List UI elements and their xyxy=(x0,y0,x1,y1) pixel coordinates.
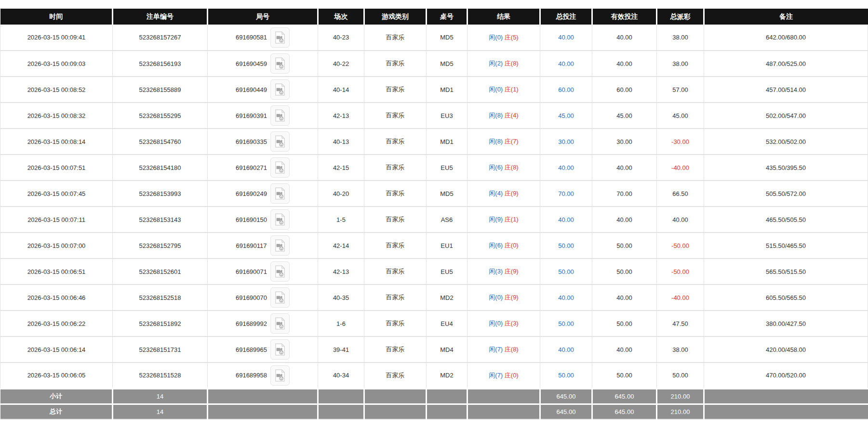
cell-round-id: 691689965 xyxy=(208,336,318,362)
round-id-text: 691690335 xyxy=(236,138,267,145)
video-file-icon xyxy=(275,213,285,226)
video-file-icon xyxy=(275,369,285,382)
cell-total-bet: 40.00 xyxy=(540,207,592,233)
cell-session: 40-20 xyxy=(318,181,364,207)
total-bet-link[interactable]: 40.00 xyxy=(558,164,574,171)
cell-time: 2026-03-15 00:09:03 xyxy=(0,51,113,77)
total-bet-link[interactable]: 45.00 xyxy=(558,112,574,119)
cell-session: 40-13 xyxy=(318,129,364,155)
cell-bet-id: 523268154180 xyxy=(113,155,208,181)
grand-total-label: 总计 xyxy=(0,404,113,419)
cell-payout: 38.00 xyxy=(657,336,704,362)
result-player: 闲(8) xyxy=(489,138,503,145)
total-bet-link[interactable]: 50.00 xyxy=(558,268,574,275)
cell-session: 40-35 xyxy=(318,285,364,311)
cell-table-id: MD5 xyxy=(427,25,467,51)
video-replay-button[interactable] xyxy=(270,313,290,334)
cell-bet-id: 523268154760 xyxy=(113,129,208,155)
cell-valid-bet: 60.00 xyxy=(592,77,657,103)
total-bet-link[interactable]: 50.00 xyxy=(558,320,574,327)
cell-session: 42-14 xyxy=(318,233,364,259)
cell-session: 40-14 xyxy=(318,77,364,103)
subtotal-empty-result xyxy=(467,388,540,404)
table-row: 2026-03-15 00:06:51 523268152601 6916900… xyxy=(0,259,868,285)
table-row: 2026-03-15 00:08:32 523268155295 6916903… xyxy=(0,103,868,129)
total-bet-link[interactable]: 50.00 xyxy=(558,242,574,249)
cell-round-id: 691690150 xyxy=(208,207,318,233)
total-bet-link[interactable]: 70.00 xyxy=(558,190,574,197)
cell-payout: 45.00 xyxy=(657,103,704,129)
video-replay-button[interactable] xyxy=(270,105,290,126)
result-banker: 庄(3) xyxy=(505,320,519,327)
cell-payout: -40.00 xyxy=(657,285,704,311)
cell-bet-id: 523268155295 xyxy=(113,103,208,129)
cell-total-bet: 40.00 xyxy=(540,155,592,181)
grand-total-empty-result xyxy=(467,404,540,419)
cell-game-type: 百家乐 xyxy=(364,233,427,259)
total-bet-link[interactable]: 40.00 xyxy=(558,294,574,301)
cell-round-id: 691690391 xyxy=(208,103,318,129)
result-player: 闲(4) xyxy=(489,190,503,197)
result-player: 闲(8) xyxy=(489,112,503,119)
video-replay-button[interactable] xyxy=(270,131,290,152)
video-replay-button[interactable] xyxy=(270,79,290,100)
video-replay-button[interactable] xyxy=(270,261,290,282)
cell-valid-bet: 40.00 xyxy=(592,207,657,233)
cell-time: 2026-03-15 00:07:00 xyxy=(0,233,113,259)
total-bet-link[interactable]: 50.00 xyxy=(558,372,574,379)
video-replay-button[interactable] xyxy=(270,157,290,178)
cell-total-bet: 70.00 xyxy=(540,181,592,207)
total-bet-link[interactable]: 40.00 xyxy=(558,346,574,353)
cell-table-id: MD1 xyxy=(427,77,467,103)
video-replay-button[interactable] xyxy=(270,339,290,360)
cell-valid-bet: 50.00 xyxy=(592,362,657,388)
round-id-text: 691690117 xyxy=(236,242,267,249)
table-row: 2026-03-15 00:08:52 523268155889 6916904… xyxy=(0,77,868,103)
cell-table-id: EU5 xyxy=(427,155,467,181)
table-row: 2026-03-15 00:08:14 523268154760 6916903… xyxy=(0,129,868,155)
video-replay-button[interactable] xyxy=(270,287,290,308)
total-bet-link[interactable]: 40.00 xyxy=(558,34,574,41)
cell-round-id: 691689958 xyxy=(208,362,318,388)
cell-table-id: MD2 xyxy=(427,285,467,311)
result-player: 闲(9) xyxy=(489,216,503,223)
result-banker: 庄(7) xyxy=(505,138,519,145)
cell-time: 2026-03-15 00:06:46 xyxy=(0,285,113,311)
video-replay-button[interactable] xyxy=(270,27,290,48)
cell-remark: 505.50/572.00 xyxy=(704,181,868,207)
cell-result: 闲(8) 庄(4) xyxy=(467,103,540,129)
result-player: 闲(0) xyxy=(489,34,503,41)
cell-remark: 465.50/505.50 xyxy=(704,207,868,233)
round-id-text: 691689992 xyxy=(236,320,267,327)
total-bet-link[interactable]: 40.00 xyxy=(558,60,574,67)
cell-game-type: 百家乐 xyxy=(364,181,427,207)
cell-result: 闲(0) 庄(1) xyxy=(467,77,540,103)
total-bet-link[interactable]: 60.00 xyxy=(558,86,574,93)
cell-round-id: 691690070 xyxy=(208,285,318,311)
video-replay-button[interactable] xyxy=(270,183,290,204)
cell-payout: 38.00 xyxy=(657,51,704,77)
video-replay-button[interactable] xyxy=(270,365,290,386)
cell-bet-id: 523268151892 xyxy=(113,311,208,336)
cell-game-type: 百家乐 xyxy=(364,155,427,181)
total-bet-link[interactable]: 30.00 xyxy=(558,138,574,145)
cell-remark: 380.00/427.50 xyxy=(704,311,868,336)
cell-time: 2026-03-15 00:08:14 xyxy=(0,129,113,155)
total-bet-link[interactable]: 40.00 xyxy=(558,216,574,223)
grand-total-payout: 210.00 xyxy=(657,404,704,419)
cell-time: 2026-03-15 00:07:45 xyxy=(0,181,113,207)
cell-valid-bet: 40.00 xyxy=(592,155,657,181)
cell-result: 闲(0) 庄(3) xyxy=(467,311,540,336)
video-file-icon xyxy=(275,109,285,122)
cell-game-type: 百家乐 xyxy=(364,103,427,129)
cell-round-id: 691690117 xyxy=(208,233,318,259)
cell-total-bet: 50.00 xyxy=(540,233,592,259)
cell-total-bet: 40.00 xyxy=(540,285,592,311)
video-replay-button[interactable] xyxy=(270,235,290,256)
video-file-icon xyxy=(275,135,285,148)
video-replay-button[interactable] xyxy=(270,209,290,230)
result-banker: 庄(9) xyxy=(505,190,519,197)
result-player: 闲(6) xyxy=(489,242,503,249)
cell-session: 42-13 xyxy=(318,103,364,129)
video-replay-button[interactable] xyxy=(270,53,290,74)
